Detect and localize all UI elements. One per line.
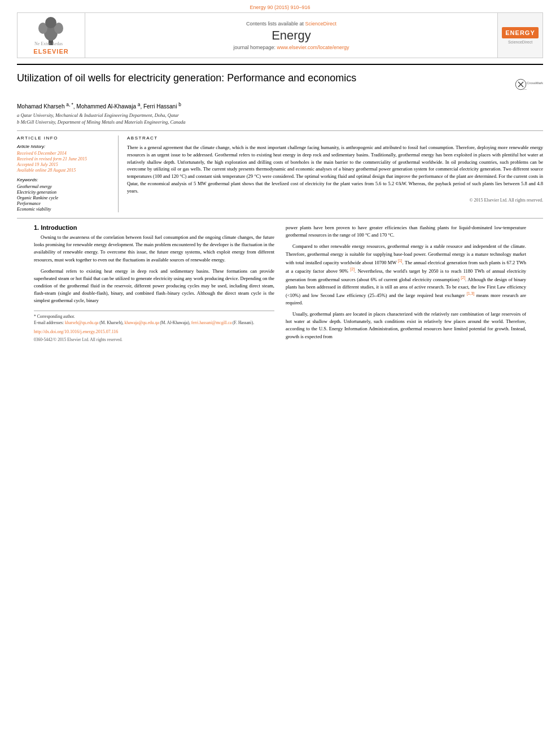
energy-badge-text: ENERGY bbox=[502, 27, 538, 38]
journal-info-center: Contents lists available at ScienceDirec… bbox=[85, 13, 497, 58]
authors-text: Mohamad Kharseh a, *, Mohammed Al-Khawaj… bbox=[17, 103, 181, 110]
elsevier-logo: Ne Extra Aedas ELSEVIER bbox=[32, 16, 71, 55]
elsevier-wordmark: ELSEVIER bbox=[33, 48, 68, 55]
affil-a: a, * bbox=[66, 102, 73, 107]
header-box: Ne Extra Aedas ELSEVIER Contents lists a… bbox=[17, 12, 543, 58]
energy-badge-area: ENERGY ScienceDirect bbox=[497, 13, 542, 58]
affil-b: b bbox=[178, 102, 181, 107]
sciencedirect-line: Contents lists available at ScienceDirec… bbox=[246, 21, 336, 27]
footnote-email-3-name: (F. Hassani). bbox=[233, 320, 254, 325]
article-info-col: ARTICLE INFO Article history: Received 6… bbox=[17, 136, 119, 212]
abstract-heading: ABSTRACT bbox=[127, 136, 543, 141]
affil-a2: a bbox=[138, 102, 141, 107]
article-title: Utilization of oil wells for electricity… bbox=[17, 72, 504, 85]
energy-badge-subtitle: ScienceDirect bbox=[502, 40, 538, 44]
ref-2b: [2] bbox=[461, 276, 465, 279]
body-para-right-2: Compared to other renewable energy resou… bbox=[286, 243, 526, 307]
affiliation-a: a Qatar University, Mechanical & Industr… bbox=[17, 112, 543, 119]
sciencedirect-label: Contents lists available at bbox=[246, 21, 304, 27]
energy-badge: ENERGY ScienceDirect bbox=[502, 27, 538, 44]
footnote-email-2-name: (M. Al-Khawaja), bbox=[160, 320, 191, 325]
sciencedirect-link[interactable]: ScienceDirect bbox=[305, 21, 337, 27]
accepted-date: Accepted 19 July 2015 bbox=[17, 162, 112, 167]
body-para-2: Geothermal refers to existing heat energ… bbox=[34, 268, 274, 305]
body-content: 1. Introduction Owning to the awareness … bbox=[17, 224, 543, 344]
journal-header: Energy 90 (2015) 910–916 Ne Extr bbox=[0, 0, 560, 58]
affiliation-b: b McGill University, Department of Minin… bbox=[17, 119, 543, 126]
footnote-email-2[interactable]: khawaja@qu.edu.qa bbox=[124, 320, 159, 325]
body-para-1: Owning to the awareness of the correlati… bbox=[34, 234, 274, 264]
crossmark-label: CrossMark bbox=[527, 81, 543, 85]
article-info-heading: ARTICLE INFO bbox=[17, 136, 112, 141]
footnote-email-label: E-mail addresses: bbox=[34, 320, 64, 325]
elsevier-tree-icon: Ne Extra Aedas bbox=[32, 16, 71, 47]
footnote-corresponding: * Corresponding author. bbox=[34, 313, 274, 320]
keyword-3: Organic Rankine cycle bbox=[17, 195, 112, 200]
doi-line[interactable]: http://dx.doi.org/10.1016/j.energy.2015.… bbox=[34, 329, 274, 335]
doi-text: http://dx.doi.org/10.1016/j.energy.2015.… bbox=[34, 329, 118, 334]
crossmark-badge[interactable]: CrossMark CrossMark bbox=[515, 72, 543, 97]
elsevier-logo-area: Ne Extra Aedas ELSEVIER bbox=[18, 13, 85, 58]
authors-line: Mohamad Kharseh a, *, Mohammed Al-Khawaj… bbox=[17, 102, 543, 110]
journal-citation: Energy 90 (2015) 910–916 bbox=[11, 5, 549, 10]
svg-text:Ne Extra Aedas: Ne Extra Aedas bbox=[34, 41, 63, 46]
body-right-col: power plants have been proven to have gr… bbox=[286, 224, 526, 344]
body-left-col: 1. Introduction Owning to the awareness … bbox=[34, 224, 274, 344]
ref-2: [2] bbox=[350, 267, 355, 271]
received-date: Received 6 December 2014 bbox=[17, 151, 112, 156]
section-1-heading: 1. Introduction bbox=[34, 224, 274, 231]
issn-line: 0360-5442/© 2015 Elsevier Ltd. All right… bbox=[34, 337, 274, 343]
svg-point-4 bbox=[45, 17, 56, 28]
svg-text:CrossMark: CrossMark bbox=[523, 89, 527, 90]
two-col-section: ARTICLE INFO Article history: Received 6… bbox=[17, 130, 543, 212]
keyword-5: Economic viability bbox=[17, 207, 112, 212]
affiliations: a Qatar University, Mechanical & Industr… bbox=[17, 112, 543, 126]
section-divider bbox=[17, 218, 543, 219]
homepage-line: journal homepage: www.elsevier.com/locat… bbox=[233, 45, 349, 50]
journal-name: Energy bbox=[272, 28, 311, 43]
body-para-right-1: power plants have been proven to have gr… bbox=[286, 224, 526, 239]
ref-1: [1] bbox=[398, 259, 403, 263]
keyword-1: Geothermal energy bbox=[17, 184, 112, 189]
homepage-label: journal homepage: bbox=[233, 45, 275, 50]
footnote-emails: E-mail addresses: kharseh@qu.edu.qa (M. … bbox=[34, 320, 274, 326]
copyright-line: © 2015 Elsevier Ltd. All rights reserved… bbox=[127, 198, 543, 203]
homepage-link[interactable]: www.elsevier.com/locate/energy bbox=[277, 45, 349, 50]
abstract-text: There is a general agreement that the cl… bbox=[127, 144, 543, 194]
ref-13: [1,3] bbox=[467, 291, 475, 295]
received-revised-date: Received in revised form 21 June 2015 bbox=[17, 156, 112, 161]
abstract-col: ABSTRACT There is a general agreement th… bbox=[127, 136, 543, 212]
article-history-label: Article history: bbox=[17, 144, 112, 149]
keyword-2: Electricity generation bbox=[17, 190, 112, 195]
article-content: Utilization of oil wells for electricity… bbox=[0, 58, 560, 350]
crossmark-icon: CrossMark bbox=[515, 72, 527, 97]
footnote-area: * Corresponding author. E-mail addresses… bbox=[34, 311, 274, 343]
keyword-4: Performance bbox=[17, 201, 112, 206]
footnote-email-1[interactable]: kharseh@qu.edu.qa bbox=[65, 320, 98, 325]
page: Energy 90 (2015) 910–916 Ne Extr bbox=[0, 0, 560, 747]
available-date: Available online 28 August 2015 bbox=[17, 168, 112, 173]
title-section: Utilization of oil wells for electricity… bbox=[17, 64, 543, 97]
body-para-right-3: Usually, geothermal plants are located i… bbox=[286, 311, 526, 340]
footnote-email-3[interactable]: ferri.hassani@mcgill.ca bbox=[191, 320, 231, 325]
footnote-email-1-name: (M. Kharseh), bbox=[99, 320, 124, 325]
keywords-label: Keywords: bbox=[17, 177, 112, 182]
